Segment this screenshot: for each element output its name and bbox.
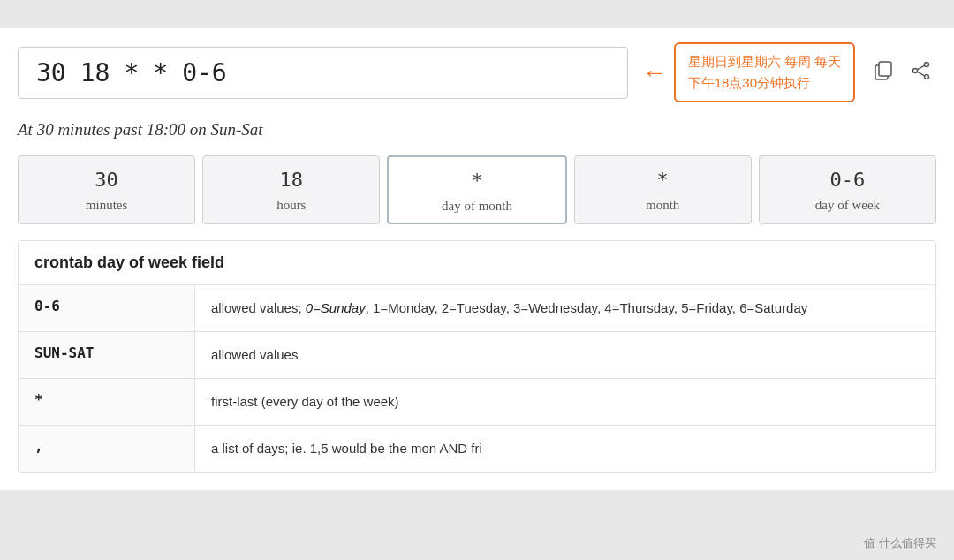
annotation-line1: 星期日到星期六 每周 每天 — [688, 54, 841, 69]
field-hours-value: 18 — [203, 169, 379, 191]
cron-part-minutes: 30 — [36, 58, 66, 87]
field-minutes[interactable]: 30 minutes — [18, 155, 195, 224]
row-key-06: 0-6 — [19, 285, 195, 331]
share-button[interactable] — [906, 56, 936, 90]
field-month-value: * — [575, 169, 751, 191]
field-minutes-label: minutes — [19, 198, 194, 213]
table-row: * first-last (every day of the week) — [19, 379, 935, 426]
section-container: crontab day of week field 0-6 allowed va… — [18, 240, 936, 473]
field-hours-label: hours — [203, 198, 379, 213]
svg-line-5 — [917, 65, 924, 70]
top-bar — [0, 0, 954, 28]
row-val-06-plain: allowed values; — [211, 300, 306, 315]
field-dom-value: * — [389, 170, 564, 192]
row-key-sunsat: SUN-SAT — [19, 332, 195, 378]
field-month[interactable]: * month — [574, 155, 752, 224]
field-dom-label: day of month — [389, 199, 564, 214]
cron-expression-box: 30 18 * * 0-6 — [18, 47, 628, 99]
cron-input-row: 30 18 * * 0-6 ← 星期日到星期六 每周 每天 下午18点30分钟执… — [18, 28, 936, 113]
fields-row: 30 minutes 18 hours * day of month * mon… — [18, 155, 936, 224]
row-val-comma: a list of days; ie. 1,5 would be the mon… — [195, 426, 935, 472]
svg-point-3 — [925, 74, 929, 79]
table-row: 0-6 allowed values; 0=Sunday, 1=Monday, … — [19, 285, 935, 332]
table-row: SUN-SAT allowed values — [19, 332, 935, 379]
dow-highlight: 0-6 — [830, 169, 866, 191]
cron-part-dom: * — [124, 58, 139, 87]
row-val-star: first-last (every day of the week) — [195, 379, 935, 425]
cron-part-month: * — [153, 58, 168, 87]
cron-part-dow: 0-6 — [182, 58, 227, 87]
row-key-comma: , — [19, 426, 195, 472]
field-dow-value: 0-6 — [760, 169, 935, 191]
svg-rect-1 — [879, 62, 891, 76]
annotation-box: 星期日到星期六 每周 每天 下午18点30分钟执行 — [674, 42, 855, 102]
arrow-annotation: ← 星期日到星期六 每周 每天 下午18点30分钟执行 — [642, 42, 855, 102]
field-minutes-value: 30 — [19, 169, 194, 191]
copy-button[interactable] — [869, 56, 899, 90]
svg-line-6 — [917, 72, 924, 76]
annotation-line2: 下午18点30分钟执行 — [688, 75, 810, 90]
watermark: 值 什么值得买 — [864, 535, 936, 551]
svg-point-4 — [913, 68, 918, 72]
field-day-of-month[interactable]: * day of month — [387, 155, 566, 224]
row-val-06-rest: , 1=Monday, 2=Tuesday, 3=Wednesday, 4=Th… — [366, 300, 808, 315]
field-dow-label: day of week — [760, 198, 935, 213]
row-val-sunsat: allowed values — [195, 332, 935, 378]
field-hours[interactable]: 18 hours — [202, 155, 380, 224]
cron-part-hours: 18 — [80, 58, 110, 87]
arrow-icon: ← — [642, 58, 667, 87]
svg-point-2 — [925, 62, 929, 66]
cron-description: At 30 minutes past 18:00 on Sun-Sat — [18, 120, 263, 139]
row-val-06-link: 0=Sunday — [306, 300, 366, 315]
table-row: , a list of days; ie. 1,5 would be the m… — [19, 426, 935, 472]
main-container: 30 18 * * 0-6 ← 星期日到星期六 每周 每天 下午18点30分钟执… — [0, 28, 954, 490]
description-row: At 30 minutes past 18:00 on Sun-Sat — [18, 113, 936, 155]
row-key-star: * — [19, 379, 195, 425]
section-title: crontab day of week field — [19, 241, 935, 285]
field-day-of-week[interactable]: 0-6 day of week — [759, 155, 936, 224]
row-val-06: allowed values; 0=Sunday, 1=Monday, 2=Tu… — [195, 285, 935, 331]
field-month-label: month — [575, 198, 751, 213]
toolbar-icons — [869, 56, 936, 90]
